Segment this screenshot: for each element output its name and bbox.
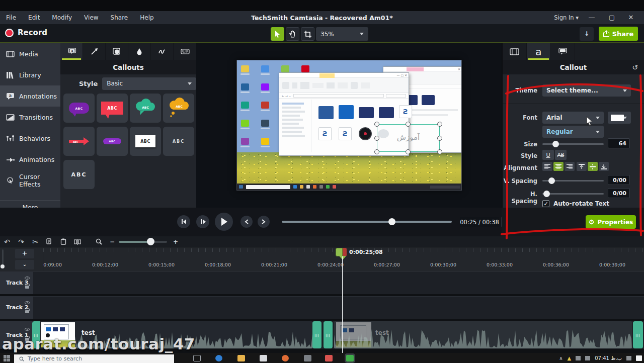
split-icon[interactable] [70, 239, 85, 245]
lock-icon[interactable] [25, 310, 29, 313]
align-center-button[interactable] [553, 162, 564, 171]
timeline-zoom-slider[interactable] [119, 241, 167, 243]
tray-icon[interactable] [585, 356, 590, 360]
resize-handle[interactable] [374, 122, 379, 127]
show-desktop-icon[interactable] [636, 355, 642, 361]
crop-tool-button[interactable] [301, 27, 314, 41]
shapes-tab[interactable] [106, 43, 128, 60]
align-bottom-button[interactable] [599, 162, 609, 171]
scrubber-track[interactable] [282, 221, 452, 223]
resize-handle[interactable] [437, 149, 442, 154]
track-3-lane[interactable] [33, 271, 644, 294]
previous-frame-button[interactable] [177, 215, 190, 228]
trim-handle[interactable]: ||| [324, 321, 333, 348]
font-weight-dropdown[interactable]: Regular [542, 126, 604, 138]
size-slider[interactable] [542, 143, 604, 145]
eye-icon[interactable] [25, 328, 30, 331]
callout-properties-tab[interactable] [551, 43, 575, 60]
playhead-red-handle[interactable] [343, 248, 347, 256]
callouts-tab[interactable]: a [60, 43, 83, 60]
os-search-box[interactable]: Type here to search [14, 354, 174, 363]
zoom-in-button[interactable]: + [167, 238, 184, 245]
sidebar-item-annotations[interactable]: a Annotations [0, 85, 60, 107]
callout-tile-arrow[interactable]: ABC [63, 127, 95, 156]
record-button[interactable]: Record [5, 28, 47, 37]
canvas-zoom-dropdown[interactable]: 35% [316, 27, 368, 41]
resize-handle[interactable] [374, 149, 379, 154]
copy-icon[interactable] [42, 238, 56, 245]
callout-tile-rounded-bubble[interactable]: ABC [63, 94, 95, 123]
camtasia-icon[interactable] [346, 355, 354, 361]
underline-button[interactable]: U [542, 150, 554, 160]
playhead-line[interactable] [342, 256, 343, 353]
align-middle-button[interactable] [588, 162, 598, 171]
cut-icon[interactable]: ✂ [28, 238, 42, 246]
strikethrough-button[interactable]: AB [555, 150, 567, 160]
resize-handle[interactable] [406, 122, 411, 127]
menu-item-help[interactable]: Help [134, 14, 159, 21]
detach-canvas-button[interactable]: ↓ [580, 27, 594, 41]
sketch-tab[interactable] [151, 43, 174, 60]
callout-tile-cloud[interactable]: ABC [130, 94, 161, 123]
tray-icon[interactable] [626, 356, 631, 360]
firefox-icon[interactable] [282, 355, 289, 361]
store-icon[interactable] [260, 355, 267, 361]
theme-dropdown[interactable]: Select theme... [542, 84, 631, 97]
track-height-knob[interactable] [1, 264, 5, 268]
v-spacing-knob[interactable] [548, 177, 555, 184]
arrows-tab[interactable] [83, 43, 106, 60]
menu-item-view[interactable]: View [78, 14, 104, 21]
paste-icon[interactable] [56, 238, 70, 245]
resize-handle[interactable] [437, 136, 442, 141]
h-spacing-slider[interactable] [542, 193, 604, 195]
callout-tile-white-rect[interactable]: ABC [130, 127, 161, 156]
resize-handle[interactable] [374, 136, 379, 141]
play-button[interactable] [215, 213, 233, 231]
lock-icon[interactable] [25, 286, 29, 289]
v-spacing-slider[interactable] [542, 180, 604, 182]
redo-icon[interactable]: ↷ [14, 238, 28, 246]
callout-tile-text[interactable]: ABC [163, 127, 194, 156]
next-clip-button[interactable] [258, 216, 270, 228]
trim-handle[interactable]: ||| [633, 321, 643, 348]
previous-clip-button[interactable] [240, 216, 253, 228]
pan-tool-button[interactable] [286, 27, 299, 41]
sign-in-button[interactable]: Sign In ▾ [554, 14, 579, 21]
sidebar-item-behaviors[interactable]: Behaviors [0, 128, 60, 149]
zoom-out-button[interactable]: − [106, 238, 119, 245]
font-dropdown[interactable]: Arial [542, 112, 604, 124]
menu-item-edit[interactable]: Edit [22, 14, 46, 21]
select-tool-button[interactable] [271, 27, 284, 41]
track-2-lane[interactable] [33, 296, 644, 319]
timeline-zoom-knob[interactable] [147, 238, 154, 245]
callout-tile-text-large[interactable]: ABC [63, 160, 95, 189]
size-slider-knob[interactable] [552, 141, 559, 147]
task-view-icon[interactable] [193, 355, 201, 361]
sidebar-item-library[interactable]: Library [0, 64, 60, 85]
warning-icon[interactable]: ▲ [567, 355, 571, 361]
maximize-button[interactable]: ▢ [602, 11, 622, 24]
callout-tile-rect-bubble[interactable]: ABC [97, 94, 128, 123]
align-left-button[interactable] [542, 162, 552, 171]
h-spacing-knob[interactable] [543, 191, 550, 197]
file-explorer-icon[interactable] [237, 355, 245, 361]
resize-handle[interactable] [437, 122, 442, 127]
reset-icon[interactable]: ↺ [632, 63, 638, 71]
tray-chevron-icon[interactable]: ∧ [559, 355, 562, 361]
share-button[interactable]: Share [599, 27, 638, 41]
eye-icon[interactable] [25, 277, 30, 280]
preview-callout-selection[interactable]: آموزش [377, 124, 440, 152]
align-top-button[interactable] [577, 162, 587, 171]
edge-icon[interactable] [215, 355, 222, 361]
resize-handle[interactable] [406, 149, 411, 154]
menu-item-share[interactable]: Share [105, 14, 134, 21]
callout-tile-thought-cloud[interactable]: ABC [163, 94, 194, 123]
text-properties-tab[interactable]: a [527, 43, 551, 60]
menu-item-modify[interactable]: Modify [46, 14, 78, 21]
media-properties-tab[interactable] [503, 43, 527, 60]
sidebar-item-transitions[interactable]: Transitions [0, 107, 60, 128]
minimize-button[interactable]: — [582, 11, 602, 24]
blur-tab[interactable] [128, 43, 151, 60]
align-right-button[interactable] [565, 162, 575, 171]
add-track-button[interactable]: + [15, 249, 34, 258]
